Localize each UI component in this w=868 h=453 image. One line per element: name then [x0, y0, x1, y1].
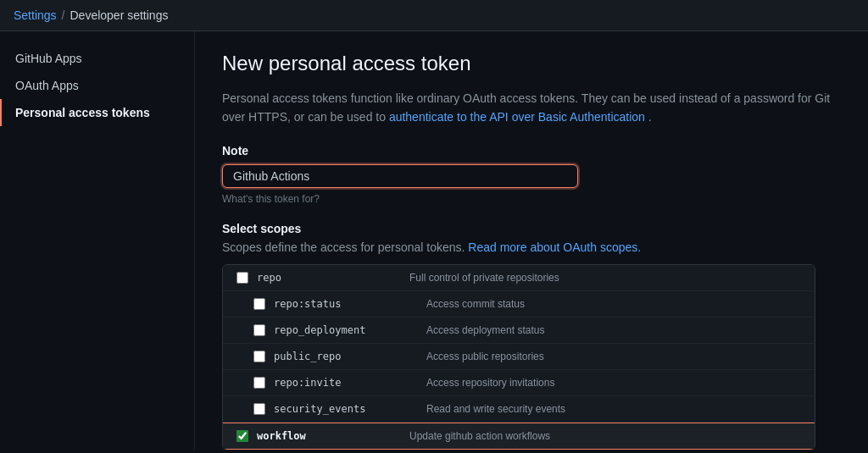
- scope-row-repo-status: repo:status Access commit status: [223, 291, 815, 318]
- main-layout: GitHub Apps OAuth Apps Personal access t…: [0, 31, 868, 450]
- page-title: New personal access token: [222, 52, 841, 75]
- scope-name-repo-invite: repo:invite: [274, 377, 426, 389]
- scope-row-workflow: 2 ⟶ workflow Update github action workfl…: [223, 423, 815, 450]
- scope-desc-repo-deployment: Access deployment status: [426, 324, 544, 336]
- scope-desc-repo-invite: Access repository invitations: [426, 377, 554, 389]
- note-input[interactable]: [222, 164, 578, 188]
- scopes-description: Scopes define the access for personal to…: [222, 240, 841, 254]
- scope-name-repo-status: repo:status: [274, 298, 426, 310]
- scope-row-repo-deployment: repo_deployment Access deployment status: [223, 318, 815, 344]
- scope-row-security-events: security_events Read and write security …: [223, 396, 815, 423]
- scopes-table: repo Full control of private repositorie…: [222, 264, 815, 450]
- scope-checkbox-repo-deployment[interactable]: [253, 324, 265, 336]
- scope-name-workflow: workflow: [257, 430, 409, 442]
- scope-checkbox-public-repo[interactable]: [253, 351, 265, 362]
- scope-desc-repo: Full control of private repositories: [409, 272, 559, 284]
- scope-checkbox-workflow[interactable]: [236, 430, 248, 442]
- note-label: Note: [222, 144, 841, 157]
- scope-checkbox-repo-invite[interactable]: [253, 377, 265, 389]
- content-area: New personal access token Personal acces…: [195, 31, 868, 450]
- scope-name-repo-deployment: repo_deployment: [274, 324, 426, 336]
- scope-desc-security-events: Read and write security events: [426, 403, 565, 415]
- page-description: Personal access tokens function like ord…: [222, 89, 841, 127]
- scope-row-repo-invite: repo:invite Access repository invitation…: [223, 370, 815, 396]
- breadcrumb-settings-link[interactable]: Settings: [14, 8, 57, 22]
- scope-name-repo: repo: [257, 272, 409, 284]
- sidebar: GitHub Apps OAuth Apps Personal access t…: [0, 31, 195, 450]
- scope-desc-public-repo: Access public repositories: [426, 351, 544, 362]
- api-auth-link[interactable]: authenticate to the API over Basic Authe…: [389, 110, 645, 124]
- scope-name-security-events: security_events: [274, 403, 426, 415]
- note-form-group: Note 1 ⟶ What's this token for?: [222, 144, 841, 205]
- breadcrumb: Settings / Developer settings: [0, 0, 868, 31]
- breadcrumb-separator: /: [62, 8, 65, 22]
- sidebar-item-github-apps[interactable]: GitHub Apps: [0, 45, 194, 72]
- scope-row-public-repo: public_repo Access public repositories: [223, 344, 815, 370]
- scope-checkbox-repo[interactable]: [236, 272, 248, 284]
- note-hint: What's this token for?: [222, 193, 841, 205]
- scope-checkbox-security-events[interactable]: [253, 403, 265, 415]
- breadcrumb-current: Developer settings: [70, 8, 168, 22]
- oauth-scopes-link[interactable]: Read more about OAuth scopes.: [468, 240, 641, 254]
- scopes-section: Select scopes Scopes define the access f…: [222, 222, 841, 450]
- sidebar-item-oauth-apps[interactable]: OAuth Apps: [0, 72, 194, 99]
- scope-row-repo: repo Full control of private repositorie…: [223, 265, 815, 291]
- scope-name-public-repo: public_repo: [274, 351, 426, 362]
- scope-desc-workflow: Update github action workflows: [409, 430, 550, 442]
- scope-desc-repo-status: Access commit status: [426, 298, 525, 310]
- scopes-title: Select scopes: [222, 222, 841, 235]
- sidebar-item-personal-access-tokens[interactable]: Personal access tokens: [0, 99, 194, 126]
- scope-checkbox-repo-status[interactable]: [253, 298, 265, 310]
